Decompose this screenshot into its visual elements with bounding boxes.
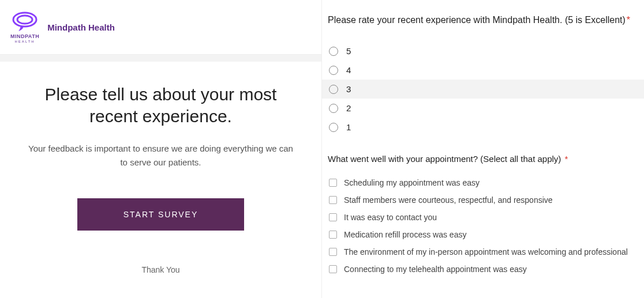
- checkbox-icon: [329, 196, 337, 204]
- rating-option-label: 2: [346, 103, 351, 113]
- checkbox-icon: [329, 213, 337, 221]
- went-well-option-4[interactable]: The environment of my in-person appointm…: [328, 243, 639, 261]
- speech-bubble-icon: [11, 11, 39, 33]
- survey-panel: Please rate your recent experience with …: [322, 0, 644, 298]
- intro-subtitle: Your feedback is important to ensure we …: [28, 142, 294, 169]
- went-well-option-label: Medication refill process was easy: [344, 230, 466, 239]
- question-went-well-text: What went well with your appointment? (S…: [328, 154, 561, 164]
- checkbox-icon: [329, 231, 337, 239]
- rating-option-label: 1: [346, 122, 351, 132]
- radio-icon: [329, 104, 338, 113]
- radio-icon: [329, 47, 338, 56]
- rating-option-5[interactable]: 5: [328, 42, 639, 61]
- rating-option-label: 3: [346, 84, 351, 94]
- required-marker: *: [627, 15, 630, 25]
- brand-logo: MINDPATH HEALTH: [10, 11, 39, 43]
- logo-text-line1: MINDPATH: [10, 34, 39, 39]
- rating-option-1[interactable]: 1: [328, 118, 639, 137]
- went-well-options: Scheduling my appointment was easyStaff …: [328, 174, 639, 278]
- logo-text-line2: HEALTH: [14, 40, 35, 43]
- checkbox-icon: [329, 179, 337, 187]
- went-well-option-3[interactable]: Medication refill process was easy: [328, 226, 639, 243]
- intro-content: Please tell us about your most recent ex…: [0, 62, 321, 298]
- question-went-well-label: What went well with your appointment? (S…: [328, 154, 639, 164]
- radio-icon: [329, 123, 338, 132]
- went-well-option-1[interactable]: Staff members were courteous, respectful…: [328, 191, 639, 209]
- svg-point-1: [17, 16, 32, 24]
- brand-name: Mindpath Health: [47, 22, 115, 32]
- header: MINDPATH HEALTH Mindpath Health: [0, 0, 321, 55]
- question-went-well: What went well with your appointment? (S…: [328, 154, 639, 278]
- rating-options: 54321: [328, 42, 639, 137]
- start-survey-button[interactable]: START SURVEY: [77, 198, 245, 231]
- question-rating: Please rate your recent experience with …: [328, 14, 639, 137]
- went-well-option-label: Connecting to my telehealth appointment …: [344, 265, 527, 274]
- radio-icon: [329, 85, 338, 94]
- went-well-option-5[interactable]: Connecting to my telehealth appointment …: [328, 261, 639, 278]
- went-well-option-label: Staff members were courteous, respectful…: [344, 195, 553, 205]
- rating-option-3[interactable]: 3: [322, 80, 644, 99]
- thank-you-text: Thank You: [21, 265, 301, 274]
- rating-option-label: 4: [346, 65, 351, 75]
- required-marker: *: [565, 154, 568, 164]
- checkbox-icon: [329, 265, 337, 273]
- intro-panel: MINDPATH HEALTH Mindpath Health Please t…: [0, 0, 322, 298]
- went-well-option-2[interactable]: It was easy to contact you: [328, 209, 639, 226]
- went-well-option-label: The environment of my in-person appointm…: [344, 247, 628, 256]
- checkbox-icon: [329, 248, 337, 256]
- question-rating-text: Please rate your recent experience with …: [328, 15, 626, 25]
- rating-option-2[interactable]: 2: [328, 99, 639, 118]
- rating-option-label: 5: [346, 46, 351, 56]
- went-well-option-0[interactable]: Scheduling my appointment was easy: [328, 174, 639, 191]
- radio-icon: [329, 66, 338, 75]
- went-well-option-label: Scheduling my appointment was easy: [344, 178, 480, 187]
- rating-option-4[interactable]: 4: [328, 61, 639, 80]
- divider-bar: [0, 55, 321, 62]
- went-well-option-label: It was easy to contact you: [344, 213, 437, 222]
- question-rating-label: Please rate your recent experience with …: [328, 14, 639, 27]
- intro-title: Please tell us about your most recent ex…: [21, 84, 301, 127]
